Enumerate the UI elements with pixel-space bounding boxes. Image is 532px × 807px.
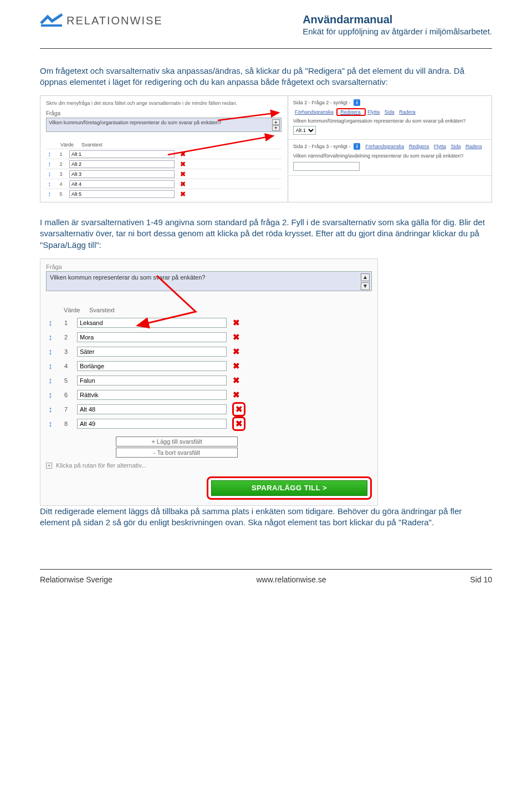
- alt-row: ↕1✖: [46, 316, 372, 330]
- delete-icon[interactable]: ✖: [232, 332, 240, 342]
- drag-handle-icon[interactable]: ↕: [46, 150, 53, 158]
- question-textarea[interactable]: Vilken kommun/företag/organisation repre…: [46, 118, 282, 132]
- arrow-down-icon[interactable]: ▼: [361, 282, 370, 290]
- paragraph-3: Ditt redigerade element läggs då tillbak…: [40, 506, 492, 529]
- arrow-up-icon[interactable]: ▲: [272, 119, 280, 125]
- drag-handle-icon[interactable]: ↕: [46, 170, 53, 178]
- drag-handle-icon[interactable]: ↕: [46, 190, 53, 198]
- delete-icon[interactable]: ✖: [232, 375, 240, 385]
- alt-row: ↕5✖: [46, 373, 372, 388]
- alt-table-header: Värde Svarstext: [46, 307, 372, 313]
- delete-icon[interactable]: ✖: [179, 160, 187, 168]
- delete-icon[interactable]: ✖: [232, 318, 240, 328]
- footer-center: www.relationwise.se: [256, 575, 326, 584]
- footer-row: Relationwise Sverige www.relationwise.se…: [40, 575, 492, 584]
- alt-value: 1: [60, 319, 71, 326]
- alt-text-input[interactable]: [77, 419, 227, 429]
- arrow-down-icon[interactable]: ▼: [272, 125, 280, 131]
- alt-value: 5: [60, 377, 71, 384]
- edit-link[interactable]: Redigera: [409, 144, 429, 149]
- alt-text-input[interactable]: [77, 318, 227, 328]
- delete-icon[interactable]: ✖: [232, 347, 240, 357]
- preview-link[interactable]: Förhandsgranska: [365, 144, 404, 149]
- alt-row: ↕6✖: [46, 388, 372, 402]
- info-icon[interactable]: i: [354, 99, 360, 106]
- alt-text-input[interactable]: [77, 347, 227, 357]
- alt-row: ↕2✖: [46, 159, 282, 169]
- block-links: Förhandsgranska Redigera Flytta Sida Rad…: [293, 109, 417, 115]
- drag-handle-icon[interactable]: ↕: [46, 160, 53, 168]
- block-title: Sida 2 - Fråga 2 - synligt -: [293, 100, 351, 105]
- alt-value: 7: [60, 406, 71, 413]
- preview-link[interactable]: Förhandsgranska: [295, 109, 334, 115]
- alt-row: ↕3✖: [46, 169, 282, 179]
- question-textarea[interactable]: Vilken kommun representerar du som svara…: [46, 271, 372, 291]
- delete-icon[interactable]: ✖: [235, 404, 243, 414]
- arrow-up-icon[interactable]: ▲: [361, 273, 370, 281]
- delete-icon[interactable]: ✖: [235, 419, 243, 429]
- delete-icon[interactable]: ✖: [179, 180, 187, 188]
- edit-link[interactable]: Redigera: [340, 109, 361, 115]
- page-footer: Relationwise Sverige www.relationwise.se…: [0, 569, 532, 597]
- drag-handle-icon[interactable]: ↕: [46, 180, 53, 188]
- drag-handle-icon[interactable]: ↕: [46, 404, 55, 414]
- alt-row: ↕8✖: [46, 417, 372, 431]
- alt-value: 6: [60, 392, 71, 398]
- move-link[interactable]: Flytta: [434, 144, 446, 149]
- move-link[interactable]: Flytta: [367, 109, 380, 115]
- question-text: Vilken kommun representerar du som svara…: [50, 274, 205, 281]
- block-title: Sida 2 - Fråga 3 - synligt -: [293, 144, 351, 149]
- alt-text-input[interactable]: [77, 375, 227, 385]
- expand-label: Klicka på rutan för fler alternativ...: [56, 462, 146, 469]
- spinner: ▲ ▼: [272, 119, 280, 131]
- drag-handle-icon[interactable]: ↕: [46, 361, 55, 370]
- alt-value: 2: [60, 334, 71, 341]
- block-header: Sida 2 - Fråga 2 - synligt - i Förhandsg…: [293, 99, 487, 115]
- alt-text-input[interactable]: [69, 150, 175, 158]
- save-button[interactable]: SPARA/LÄGG TILL >: [211, 480, 367, 496]
- alt-text-input[interactable]: [77, 332, 227, 342]
- info-icon[interactable]: i: [354, 143, 360, 150]
- drag-handle-icon[interactable]: ↕: [46, 332, 55, 342]
- delete-icon[interactable]: ✖: [232, 361, 240, 371]
- alt-text-input[interactable]: [69, 180, 175, 188]
- delete-link[interactable]: Radera: [399, 109, 416, 115]
- drag-handle-icon[interactable]: ↕: [46, 419, 55, 428]
- page-link[interactable]: Sida: [451, 144, 461, 149]
- footer-left: Relationwise Sverige: [40, 575, 112, 584]
- delete-icon[interactable]: ✖: [179, 150, 187, 158]
- logo-icon: [40, 13, 63, 28]
- alt-dropdown[interactable]: Alt 1: [293, 126, 316, 135]
- drag-handle-icon[interactable]: ↕: [46, 347, 55, 356]
- col-varde: Värde: [64, 307, 89, 313]
- add-field-button[interactable]: + Lägg till svarsfält: [116, 437, 238, 446]
- remove-field-button[interactable]: - Ta bort svarsfält: [116, 448, 238, 458]
- alt-text-input[interactable]: [77, 390, 227, 400]
- field-buttons: + Lägg till svarsfält - Ta bort svarsfäl…: [116, 437, 238, 458]
- doc-subtitle: Enkät för uppföljning av åtgärder i milj…: [303, 26, 492, 37]
- col-varde: Värde: [60, 142, 74, 148]
- alt-text-input[interactable]: [69, 190, 175, 198]
- alt-text-input[interactable]: [77, 361, 227, 371]
- paragraph-2: I mallen är svarsalternativen 1-49 angiv…: [40, 217, 492, 251]
- alt-text-input[interactable]: [77, 404, 227, 414]
- page-header: RELATIONWISE Användarmanual Enkät för up…: [0, 0, 532, 42]
- alt-value: 8: [60, 420, 71, 427]
- drag-handle-icon[interactable]: ↕: [46, 318, 55, 327]
- alt-text-input[interactable]: [69, 170, 175, 178]
- expand-options[interactable]: + Klicka på rutan för fler alternativ...: [46, 462, 372, 469]
- drag-handle-icon[interactable]: ↕: [46, 375, 55, 385]
- page-link[interactable]: Sida: [385, 109, 395, 115]
- delete-link[interactable]: Radera: [466, 144, 482, 149]
- drag-handle-icon[interactable]: ↕: [46, 390, 55, 399]
- alt-text-input[interactable]: [69, 160, 175, 168]
- content: Om frågetext och svarsalternativ ska anp…: [0, 49, 532, 547]
- delete-icon[interactable]: ✖: [232, 390, 240, 400]
- delete-icon[interactable]: ✖: [179, 190, 187, 198]
- text-input[interactable]: [293, 162, 360, 171]
- doc-title: Användarmanual: [303, 13, 492, 26]
- alt-row: ↕4✖: [46, 359, 372, 373]
- redigera-highlight: Redigera: [336, 108, 366, 116]
- screenshot-edit-detail: Fråga Vilken kommun representerar du som…: [40, 258, 378, 506]
- delete-icon[interactable]: ✖: [179, 170, 187, 178]
